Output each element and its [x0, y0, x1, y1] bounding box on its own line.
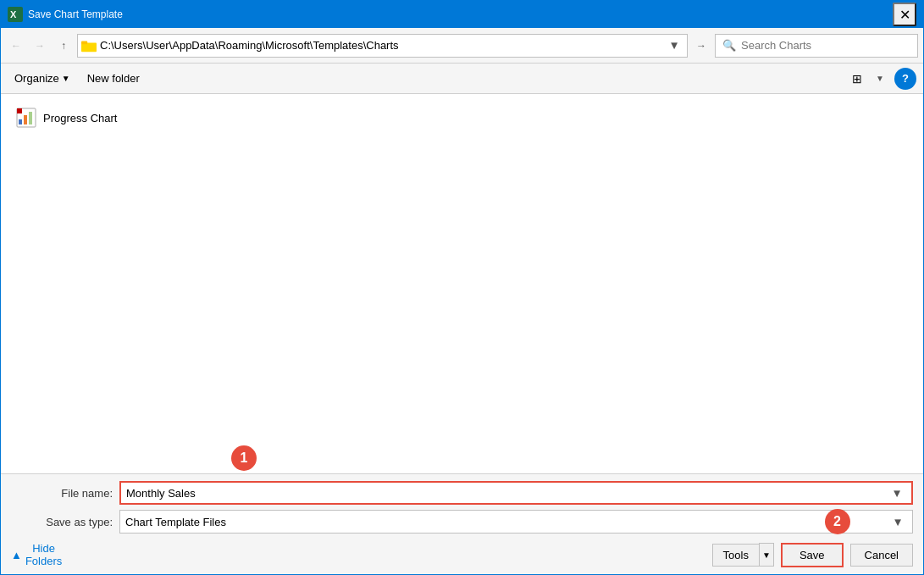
svg-rect-8 [17, 108, 22, 113]
annotation-2: 2 [825, 509, 850, 534]
close-button[interactable]: ✕ [893, 3, 916, 26]
hide-folders-label: Hide Folders [25, 542, 62, 567]
new-folder-button[interactable]: New folder [80, 69, 147, 88]
address-dropdown-button[interactable]: ▼ [665, 35, 683, 57]
toolbar-row: Organize ▼ New folder ⊞ ▼ ? [1, 64, 923, 94]
svg-rect-7 [29, 112, 32, 124]
address-field: ▼ [77, 34, 688, 58]
svg-rect-5 [19, 119, 22, 124]
address-input[interactable] [100, 39, 661, 52]
save-button[interactable]: Save [781, 543, 844, 567]
filename-label: File name: [11, 487, 113, 500]
svg-rect-3 [81, 41, 87, 44]
tools-dropdown-button[interactable]: ▼ [759, 543, 774, 567]
bottom-area: File name: ▼ 1 Save as type: Chart Templ… [1, 473, 923, 574]
filetype-dropdown-button[interactable]: ▼ [888, 511, 907, 533]
new-folder-label: New folder [87, 72, 140, 85]
dialog-title: Save Chart Template [28, 8, 893, 20]
tools-button[interactable]: Tools [712, 544, 759, 567]
help-button[interactable]: ? [894, 68, 916, 90]
organize-label: Organize [14, 72, 59, 85]
file-list: Progress Chart [1, 94, 923, 473]
address-bar-row: ← → ↑ ▼ → 🔍 [1, 28, 923, 64]
app-icon: X [8, 7, 23, 22]
list-item[interactable]: Progress Chart [11, 104, 122, 131]
filetype-label: Save as type: [11, 516, 113, 528]
filename-input[interactable] [126, 487, 888, 500]
filetype-select-wrap: Chart Template Files ▼ [119, 510, 913, 534]
filename-dropdown-button[interactable]: ▼ [888, 482, 906, 504]
up-button[interactable]: ↑ [53, 36, 74, 56]
annotation-1: 1 [231, 445, 257, 471]
forward-button[interactable]: → [30, 36, 50, 56]
search-icon: 🔍 [722, 39, 736, 52]
filetype-text: Chart Template Files [125, 516, 888, 528]
search-box: 🔍 [715, 34, 918, 58]
action-row: ▲ Hide Folders Tools ▼ 2 Save Cancel [11, 539, 913, 567]
file-item-label: Progress Chart [43, 112, 117, 124]
view-dropdown-button[interactable]: ▼ [872, 68, 888, 90]
tools-button-wrap: Tools ▼ [712, 543, 774, 567]
organize-button[interactable]: Organize ▼ [8, 69, 77, 88]
back-button[interactable]: ← [6, 36, 26, 56]
hide-folders-chevron-icon: ▲ [11, 549, 22, 561]
search-input[interactable] [741, 39, 910, 52]
cancel-button[interactable]: Cancel [850, 544, 913, 567]
filename-row: File name: ▼ [11, 481, 913, 505]
organize-chevron-icon: ▼ [62, 74, 70, 83]
svg-text:X: X [10, 9, 17, 19]
hide-folders-button[interactable]: ▲ Hide Folders [11, 542, 62, 567]
title-bar: X Save Chart Template ✕ [1, 1, 923, 28]
help-label: ? [902, 72, 909, 85]
view-icon: ⊞ [852, 72, 862, 86]
go-button[interactable]: → [691, 36, 711, 56]
filename-input-wrap: ▼ [119, 481, 913, 505]
svg-rect-6 [24, 115, 27, 124]
view-button[interactable]: ⊞ [845, 68, 869, 90]
filetype-row: Save as type: Chart Template Files ▼ [11, 510, 913, 534]
